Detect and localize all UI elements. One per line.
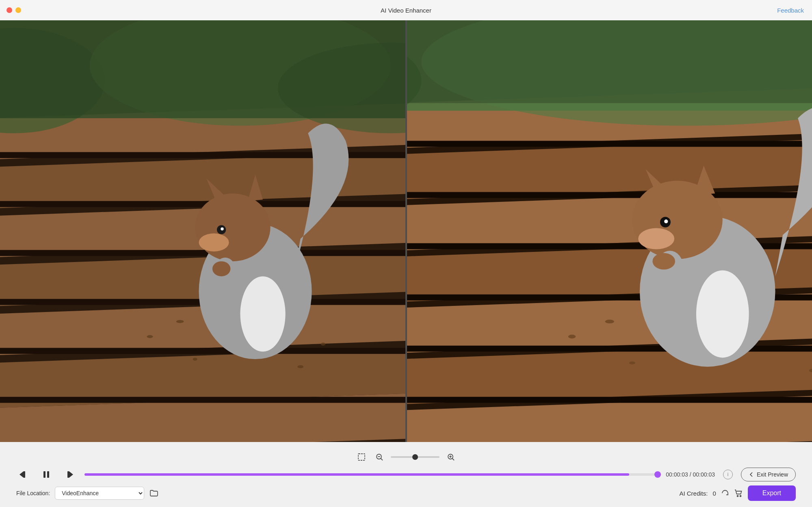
svg-marker-83 bbox=[69, 471, 73, 478]
feedback-link[interactable]: Feedback bbox=[777, 7, 804, 14]
info-button[interactable]: i bbox=[723, 470, 733, 479]
ai-credits-group: AI Credits: 0 Export bbox=[679, 485, 796, 501]
bottom-row: File Location: VideoEnhance Custom... AI… bbox=[12, 485, 800, 501]
svg-rect-43 bbox=[407, 141, 812, 147]
video-split bbox=[0, 20, 812, 442]
svg-rect-80 bbox=[24, 471, 25, 478]
current-time: 00:00:03 bbox=[666, 471, 688, 478]
svg-point-60 bbox=[664, 219, 668, 223]
fit-screen-button[interactable] bbox=[355, 451, 368, 464]
pause-button[interactable] bbox=[39, 467, 54, 482]
window-controls bbox=[6, 7, 21, 13]
svg-line-73 bbox=[381, 458, 383, 460]
svg-rect-44 bbox=[407, 192, 812, 198]
file-location-select[interactable]: VideoEnhance Custom... bbox=[55, 487, 144, 500]
zoom-slider-thumb bbox=[412, 454, 418, 460]
svg-rect-71 bbox=[358, 454, 365, 460]
svg-point-67 bbox=[605, 320, 614, 323]
svg-point-85 bbox=[737, 496, 738, 497]
app-title: AI Video Enhancer bbox=[381, 7, 431, 14]
ai-credits-label: AI Credits: bbox=[679, 490, 708, 497]
titlebar: AI Video Enhancer Feedback bbox=[0, 0, 812, 20]
zoom-slider[interactable] bbox=[391, 456, 440, 458]
svg-point-64 bbox=[652, 253, 675, 270]
folder-icon bbox=[149, 488, 159, 498]
svg-point-62 bbox=[696, 270, 749, 358]
svg-point-61 bbox=[638, 228, 674, 249]
svg-point-66 bbox=[629, 362, 635, 364]
refresh-credits-button[interactable] bbox=[721, 489, 729, 497]
zoom-out-button[interactable] bbox=[373, 451, 386, 464]
open-folder-button[interactable] bbox=[149, 488, 159, 498]
refresh-icon bbox=[721, 489, 729, 497]
close-button[interactable] bbox=[6, 7, 12, 13]
ai-credits-value: 0 bbox=[712, 490, 716, 497]
video-container bbox=[0, 20, 812, 442]
svg-rect-34 bbox=[0, 20, 405, 118]
progress-fill bbox=[84, 473, 629, 476]
progress-thumb bbox=[654, 471, 661, 478]
svg-marker-79 bbox=[19, 471, 24, 478]
svg-point-65 bbox=[568, 335, 576, 338]
controls-area: 00:00:03 / 00:00:03 i Exit Preview File … bbox=[0, 442, 812, 507]
svg-rect-82 bbox=[47, 471, 49, 478]
total-time: 00:00:03 bbox=[693, 471, 715, 478]
video-panel-left bbox=[0, 20, 405, 442]
svg-point-86 bbox=[740, 496, 741, 497]
svg-rect-81 bbox=[43, 471, 45, 478]
time-display: 00:00:03 / 00:00:03 bbox=[666, 471, 715, 478]
file-location-group: File Location: VideoEnhance Custom... bbox=[16, 487, 159, 500]
svg-rect-70 bbox=[407, 20, 812, 103]
video-divider bbox=[405, 20, 407, 442]
cart-icon bbox=[734, 489, 743, 498]
buy-credits-button[interactable] bbox=[734, 489, 743, 498]
exit-preview-button[interactable]: Exit Preview bbox=[741, 468, 796, 481]
minimize-button[interactable] bbox=[15, 7, 21, 13]
svg-rect-84 bbox=[67, 471, 69, 478]
export-button[interactable]: Export bbox=[748, 485, 796, 501]
rewind-button[interactable] bbox=[16, 467, 31, 482]
svg-line-76 bbox=[452, 458, 454, 460]
video-panel-right bbox=[407, 20, 812, 442]
zoom-controls-row bbox=[355, 451, 457, 464]
progress-bar[interactable] bbox=[84, 473, 658, 476]
svg-rect-48 bbox=[407, 397, 812, 403]
exit-icon bbox=[749, 472, 754, 477]
zoom-in-button[interactable] bbox=[444, 451, 457, 464]
file-location-label: File Location: bbox=[16, 490, 50, 496]
step-forward-button[interactable] bbox=[62, 467, 76, 482]
playback-row: 00:00:03 / 00:00:03 i Exit Preview bbox=[12, 467, 800, 482]
